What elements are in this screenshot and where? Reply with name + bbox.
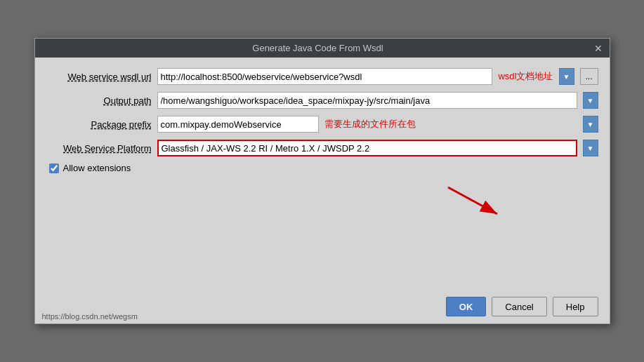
- title-bar: Generate Java Code From Wsdl ✕: [35, 39, 610, 58]
- platform-label: Web Service Platform: [46, 143, 152, 154]
- output-path-label: Output path: [46, 95, 152, 106]
- package-prefix-input[interactable]: [157, 116, 319, 133]
- spacer-area: [35, 180, 610, 293]
- output-path-input[interactable]: [157, 92, 577, 109]
- close-button[interactable]: ✕: [594, 43, 603, 53]
- dialog-body: Web service wsdl url wsdl文档地址 ▼ ... Outp…: [35, 58, 610, 180]
- allow-extensions-checkbox[interactable]: [49, 163, 59, 173]
- platform-input[interactable]: [157, 140, 577, 156]
- wsdl-url-note: wsdl文档地址: [498, 70, 553, 83]
- package-prefix-label: Package prefix: [46, 119, 152, 130]
- wsdl-url-browse-button[interactable]: ...: [580, 68, 598, 85]
- wsdl-url-input[interactable]: [157, 68, 493, 85]
- output-path-row: Output path ▼: [46, 91, 598, 109]
- cancel-button[interactable]: Cancel: [492, 297, 546, 316]
- package-prefix-note: 需要生成的文件所在包: [324, 118, 416, 130]
- wsdl-url-dropdown-button[interactable]: ▼: [559, 68, 574, 85]
- ok-button[interactable]: OK: [446, 297, 487, 316]
- arrow-area: [35, 180, 610, 222]
- platform-row: Web Service Platform ▼: [46, 139, 598, 157]
- ok-arrow-indicator: [441, 180, 511, 219]
- dialog-footer: https://blog.csdn.net/wegsm OK Cancel He…: [35, 293, 610, 323]
- package-prefix-dropdown-button[interactable]: ▼: [583, 116, 598, 133]
- help-button[interactable]: Help: [553, 297, 598, 316]
- wsdl-url-input-wrapper: wsdl文档地址: [157, 68, 553, 85]
- allow-extensions-label[interactable]: Allow extensions: [63, 163, 131, 173]
- generate-java-code-dialog: Generate Java Code From Wsdl ✕ Web servi…: [34, 38, 610, 324]
- wsdl-url-row: Web service wsdl url wsdl文档地址 ▼ ...: [46, 67, 598, 86]
- dialog-title: Generate Java Code From Wsdl: [42, 43, 594, 53]
- package-prefix-input-wrapper: 需要生成的文件所在包: [157, 116, 577, 133]
- wsdl-url-label: Web service wsdl url: [46, 72, 152, 82]
- allow-extensions-row: Allow extensions: [46, 163, 598, 173]
- output-path-input-wrapper: [157, 92, 577, 109]
- footer-url: https://blog.csdn.net/wegsm: [42, 312, 138, 321]
- svg-line-1: [448, 187, 497, 214]
- platform-dropdown-button[interactable]: ▼: [583, 140, 598, 156]
- package-prefix-row: Package prefix 需要生成的文件所在包 ▼: [46, 115, 598, 133]
- platform-input-wrapper: [157, 140, 577, 156]
- output-path-dropdown-button[interactable]: ▼: [583, 92, 598, 109]
